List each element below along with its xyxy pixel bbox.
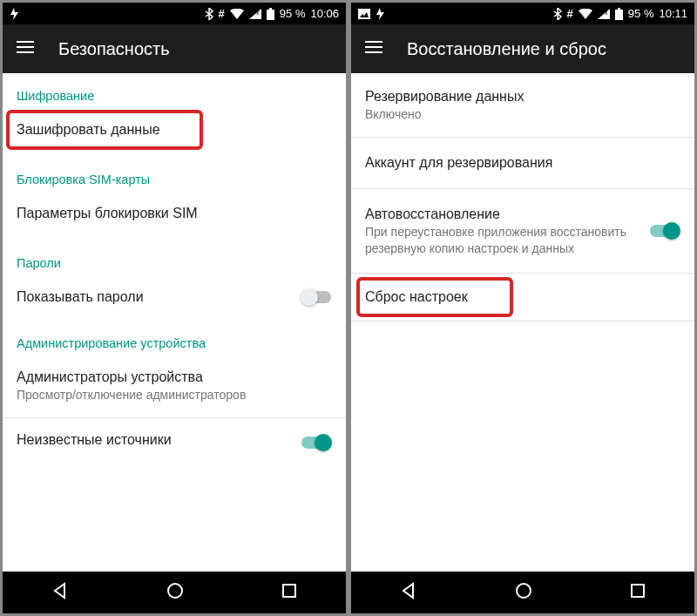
svg-rect-13 [365, 46, 382, 48]
signal-icon: x [598, 9, 610, 19]
item-sim-params[interactable]: Параметры блокировки SIM [3, 192, 346, 235]
item-show-passwords[interactable]: Показывать пароли [3, 275, 346, 319]
wifi-icon [230, 9, 244, 19]
back-button[interactable] [51, 581, 70, 604]
status-bar: # x 95 % 10:06 [3, 3, 346, 24]
svg-text:x: x [605, 10, 608, 16]
menu-icon[interactable] [17, 41, 34, 57]
back-button[interactable] [399, 581, 418, 604]
page-title: Восстановление и сброс [407, 39, 606, 59]
item-backup-data[interactable]: Резервирование данных Включено [351, 73, 694, 137]
svg-rect-12 [365, 41, 382, 43]
item-title: Сброс настроек [365, 289, 680, 305]
item-auto-restore[interactable]: Автовосстановление При переустановке при… [351, 189, 694, 273]
hash-icon: # [219, 7, 225, 20]
item-title: Показывать пароли [17, 289, 332, 305]
menu-icon[interactable] [365, 41, 382, 57]
item-encrypt-data[interactable]: Зашифровать данные [3, 108, 346, 152]
section-header-encryption: Шифрование [3, 73, 346, 108]
bluetooth-icon [205, 8, 213, 20]
section-header-admin: Администрирование устройства [3, 319, 346, 355]
svg-rect-8 [358, 9, 370, 19]
item-subtitle: Просмотр/отключение администраторов [17, 387, 332, 403]
toggle-auto-restore[interactable] [649, 222, 680, 240]
phone-left: # x 95 % 10:06 Безопасность Шифрование З… [3, 3, 346, 613]
item-unknown-sources[interactable]: Неизвестные источники [3, 418, 346, 453]
recents-button[interactable] [629, 582, 646, 603]
item-backup-account[interactable]: Аккаунт для резервирования [351, 138, 694, 188]
charging-icon [376, 8, 385, 20]
section-header-sim: Блокировка SIM-карты [3, 152, 346, 192]
svg-rect-10 [615, 10, 623, 20]
item-device-admins[interactable]: Администраторы устройства Просмотр/отклю… [3, 355, 346, 417]
hash-icon: # [567, 7, 573, 20]
charging-icon [10, 8, 19, 20]
item-title: Аккаунт для резервирования [365, 155, 680, 171]
item-title: Зашифровать данные [17, 122, 332, 138]
svg-rect-16 [632, 585, 644, 597]
item-title: Автовосстановление [365, 206, 680, 222]
divider [351, 321, 694, 322]
battery-percent: 95 % [280, 7, 306, 20]
svg-rect-1 [267, 10, 274, 20]
toggle-unknown-sources[interactable] [301, 434, 332, 451]
item-subtitle: Включено [365, 106, 680, 123]
svg-text:x: x [256, 10, 260, 16]
item-factory-reset[interactable]: Сброс настроек [351, 274, 694, 321]
svg-rect-5 [17, 51, 34, 53]
svg-point-15 [517, 584, 531, 598]
bluetooth-icon [553, 8, 562, 20]
item-title: Администраторы устройства [17, 369, 332, 385]
app-bar: Восстановление и сброс [351, 24, 694, 73]
status-clock: 10:06 [310, 7, 339, 20]
signal-icon: x [249, 9, 261, 19]
svg-rect-2 [269, 8, 272, 10]
wifi-icon [579, 9, 592, 19]
item-title: Резервирование данных [365, 89, 680, 105]
svg-rect-3 [17, 41, 34, 43]
nav-bar [3, 572, 346, 613]
battery-icon [615, 8, 623, 20]
section-header-passwords: Пароли [3, 235, 346, 275]
item-title: Параметры блокировки SIM [17, 206, 332, 221]
svg-rect-4 [17, 46, 34, 48]
image-icon [358, 9, 370, 19]
nav-bar [351, 572, 694, 613]
battery-percent: 95 % [628, 7, 654, 20]
item-title: Неизвестные источники [17, 432, 332, 448]
status-bar: # x 95 % 10:11 [351, 3, 694, 24]
app-bar: Безопасность [3, 24, 346, 73]
home-button[interactable] [166, 581, 185, 604]
toggle-show-passwords[interactable] [301, 288, 332, 306]
status-clock: 10:11 [659, 7, 687, 20]
page-title: Безопасность [58, 39, 170, 59]
home-button[interactable] [514, 581, 533, 604]
item-subtitle: При переустановке приложения восстановит… [365, 224, 680, 257]
svg-rect-7 [283, 585, 295, 597]
svg-rect-11 [618, 8, 620, 10]
svg-point-6 [168, 584, 182, 598]
svg-rect-14 [365, 51, 382, 53]
battery-icon [267, 8, 274, 20]
recents-button[interactable] [281, 582, 298, 603]
phone-right: # x 95 % 10:11 Восстановление и сброс Ре… [351, 3, 694, 613]
content: Резервирование данных Включено Аккаунт д… [351, 73, 694, 572]
content: Шифрование Зашифровать данные Блокировка… [3, 73, 346, 572]
